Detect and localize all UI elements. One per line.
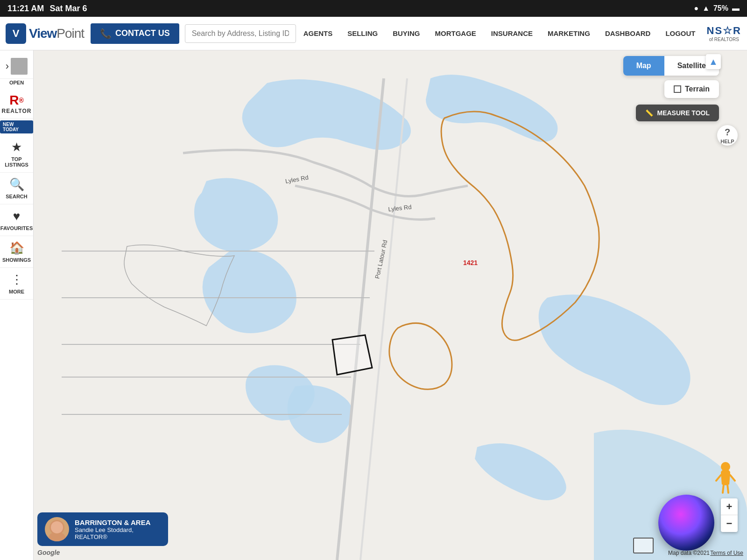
svg-line-14	[730, 475, 735, 481]
top-navigation: V ViewPoint 📞 CONTACT US AGENTS SELLING …	[0, 17, 747, 50]
expand-button[interactable]: ▲	[706, 54, 721, 69]
google-branding: Google	[37, 549, 60, 556]
nav-logout[interactable]: LOGOUT	[658, 25, 703, 42]
logo-area: V ViewPoint	[6, 23, 85, 44]
help-label: HELP	[720, 139, 734, 144]
new-today-badge[interactable]: NEW TODAY	[0, 120, 33, 133]
contact-label: CONTACT US	[115, 28, 170, 38]
terrain-label: Terrain	[685, 85, 710, 93]
phone-icon: 📞	[100, 28, 112, 39]
map-area[interactable]: Lyles Rd Lyles Rd Port Latour Rd 1421 Ma…	[34, 50, 747, 560]
svg-point-19	[51, 521, 63, 533]
search-icon: 🔍	[9, 177, 24, 192]
nav-links: AGENTS SELLING BUYING MORTGAGE INSURANCE…	[296, 25, 703, 42]
battery-icon: ▬	[732, 4, 740, 13]
battery-label: 75%	[713, 4, 728, 13]
terms-of-use[interactable]: Terms of Use	[710, 550, 743, 556]
map-type-controls: Map Satellite	[623, 56, 719, 76]
ns-realtor-logo: NS☆R of REALTORS	[707, 25, 741, 42]
terrain-control[interactable]: Terrain	[664, 80, 719, 98]
logo-icon: V	[6, 23, 26, 44]
sidebar-item-showings[interactable]: 🏠 SHOWINGS	[0, 236, 33, 268]
svg-line-15	[723, 484, 724, 493]
contact-button[interactable]: 📞 CONTACT US	[91, 23, 179, 44]
street-view-button[interactable]	[714, 461, 737, 495]
agent-area: BARRINGTON & AREA	[75, 518, 161, 526]
wifi-icon: ●	[694, 4, 698, 13]
sidebar-item-favourites[interactable]: ♥ FAVOURITES	[0, 204, 33, 236]
help-button[interactable]: ? HELP	[717, 125, 738, 146]
svg-line-13	[716, 475, 721, 481]
measure-tool-button[interactable]: 📏 MEASURE TOOL	[636, 105, 719, 121]
open-label: OPEN	[9, 79, 24, 89]
agent-avatar	[45, 517, 69, 541]
signal-icon: ▲	[702, 4, 710, 13]
sidebar: › OPEN R ® REALTOR NEW TODAY ★ TOPLISTIN…	[0, 50, 34, 560]
status-bar: 11:21 AM Sat Mar 6 ● ▲ 75% ▬	[0, 0, 747, 17]
sidebar-item-more[interactable]: ⋮ MORE	[0, 268, 33, 300]
agent-card: BARRINGTON & AREA Sandie Lee Stoddard, R…	[37, 512, 168, 546]
logo-text[interactable]: ViewPoint	[29, 26, 84, 41]
question-mark-icon: ?	[725, 127, 730, 138]
nav-buying[interactable]: BUYING	[385, 25, 427, 42]
siri-button[interactable]	[658, 495, 714, 551]
search-input[interactable]	[185, 24, 296, 43]
zoom-in-button[interactable]: +	[721, 498, 738, 515]
map-data-info: Map data ©2021	[668, 550, 710, 556]
nav-mortgage[interactable]: MORTGAGE	[428, 25, 484, 42]
date-display: Sat Mar 6	[49, 4, 87, 14]
screenshot-icon[interactable]	[633, 538, 654, 553]
sidebar-item-top-listings[interactable]: ★ TOPLISTINGS	[0, 135, 33, 173]
realtor-r: R	[9, 93, 19, 108]
nav-marketing[interactable]: MARKETING	[540, 25, 598, 42]
zoom-out-button[interactable]: −	[721, 515, 738, 532]
realtor-logo: R ® REALTOR	[0, 89, 33, 119]
corner-thumbnail	[11, 58, 28, 75]
home-icon: 🏠	[9, 241, 24, 255]
svg-text:1421: 1421	[463, 259, 478, 266]
svg-line-16	[727, 484, 728, 493]
sidebar-item-search[interactable]: 🔍 SEARCH	[0, 173, 33, 204]
measure-label: MEASURE TOOL	[657, 109, 710, 117]
map-svg: Lyles Rd Lyles Rd Port Latour Rd 1421	[34, 50, 747, 560]
time-display: 11:21 AM	[7, 4, 44, 14]
zoom-controls: + −	[721, 498, 738, 532]
chevron-up-icon: ▲	[709, 56, 718, 67]
agent-info: BARRINGTON & AREA Sandie Lee Stoddard, R…	[75, 518, 161, 540]
nav-insurance[interactable]: INSURANCE	[484, 25, 540, 42]
terrain-checkbox[interactable]	[674, 85, 681, 93]
nav-agents[interactable]: AGENTS	[296, 25, 340, 42]
agent-name: Sandie Lee Stoddard, REALTOR®	[75, 526, 161, 540]
map-type-map[interactable]: Map	[623, 56, 664, 76]
more-icon: ⋮	[11, 273, 23, 287]
heart-icon: ♥	[13, 209, 20, 224]
realtor-reg: ®	[19, 97, 23, 104]
arrow-right-icon: ›	[6, 60, 9, 72]
realtor-text: REALTOR	[2, 108, 32, 114]
nav-dashboard[interactable]: DASHBOARD	[598, 25, 658, 42]
star-icon: ★	[11, 140, 22, 154]
measure-icon: 📏	[645, 109, 653, 117]
nav-selling[interactable]: SELLING	[340, 25, 385, 42]
sidebar-open[interactable]: ›	[0, 54, 33, 79]
